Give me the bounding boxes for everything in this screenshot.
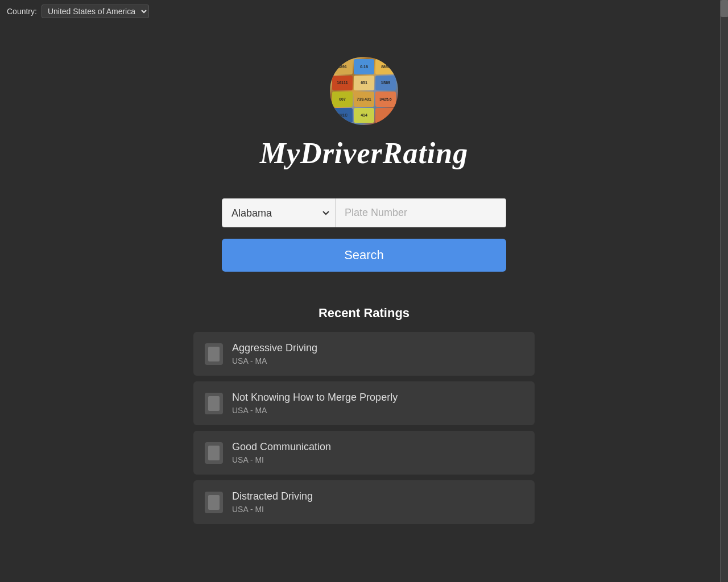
logo-plate: 8H1C bbox=[332, 108, 353, 123]
rating-location: USA - MA bbox=[232, 406, 398, 415]
rating-icon bbox=[205, 492, 223, 513]
rating-location: USA - MI bbox=[232, 455, 331, 464]
logo-plate: 007 bbox=[332, 92, 353, 107]
logo-plate: 1S69 bbox=[375, 76, 396, 91]
scrollbar[interactable] bbox=[720, 0, 728, 582]
list-item[interactable]: Good Communication USA - MI bbox=[193, 431, 535, 475]
logo-plate: 739.431 bbox=[354, 92, 374, 107]
recent-ratings-title: Recent Ratings bbox=[193, 306, 535, 321]
rating-list: Aggressive Driving USA - MA Not Knowing … bbox=[193, 332, 535, 524]
state-select[interactable]: AlabamaAlaskaArizonaArkansasCaliforniaCo… bbox=[222, 198, 336, 227]
rating-location: USA - MA bbox=[232, 356, 317, 365]
rating-text: Not Knowing How to Merge Properly USA - … bbox=[232, 392, 398, 415]
logo-plate: 8891 bbox=[332, 59, 353, 74]
recent-section: Recent Ratings Aggressive Driving USA - … bbox=[193, 306, 535, 524]
logo-plate: 3425.6 bbox=[375, 92, 396, 107]
logo-plate: 16111 bbox=[332, 76, 353, 91]
rating-icon bbox=[205, 442, 223, 464]
rating-name: Aggressive Driving bbox=[232, 342, 317, 354]
rating-text: Good Communication USA - MI bbox=[232, 441, 331, 464]
country-select[interactable]: United States of America bbox=[42, 5, 149, 18]
logo-plate: 0.18 bbox=[354, 59, 374, 74]
main-content: 88910.188890161116511S69007739.4313425.6… bbox=[0, 23, 728, 524]
rating-text: Aggressive Driving USA - MA bbox=[232, 342, 317, 365]
rating-name: Good Communication bbox=[232, 441, 331, 453]
search-button[interactable]: Search bbox=[222, 239, 506, 272]
plate-icon bbox=[208, 347, 220, 361]
rating-icon bbox=[205, 343, 223, 365]
rating-icon bbox=[205, 393, 223, 414]
plate-icon bbox=[208, 396, 220, 411]
logo-plate bbox=[375, 108, 396, 123]
top-bar: Country: United States of America bbox=[0, 0, 728, 23]
list-item[interactable]: Aggressive Driving USA - MA bbox=[193, 332, 535, 376]
plate-number-input[interactable] bbox=[336, 198, 506, 227]
plate-icon bbox=[208, 495, 220, 510]
plate-icon bbox=[208, 446, 220, 460]
logo-plate: 8890 bbox=[375, 59, 396, 74]
logo-plate: 651 bbox=[354, 76, 374, 91]
scrollbar-thumb[interactable] bbox=[721, 0, 728, 17]
search-section: AlabamaAlaskaArizonaArkansasCaliforniaCo… bbox=[0, 198, 728, 272]
rating-name: Distracted Driving bbox=[232, 490, 313, 502]
list-item[interactable]: Distracted Driving USA - MI bbox=[193, 480, 535, 524]
rating-location: USA - MI bbox=[232, 505, 313, 514]
list-item[interactable]: Not Knowing How to Merge Properly USA - … bbox=[193, 381, 535, 425]
rating-text: Distracted Driving USA - MI bbox=[232, 490, 313, 514]
app-title: MyDriverRating bbox=[260, 136, 468, 170]
logo-plate: 414 bbox=[354, 108, 374, 123]
rating-name: Not Knowing How to Merge Properly bbox=[232, 392, 398, 404]
app-logo: 88910.188890161116511S69007739.4313425.6… bbox=[330, 57, 398, 125]
search-inputs: AlabamaAlaskaArizonaArkansasCaliforniaCo… bbox=[222, 198, 506, 227]
country-label: Country: bbox=[7, 7, 37, 16]
